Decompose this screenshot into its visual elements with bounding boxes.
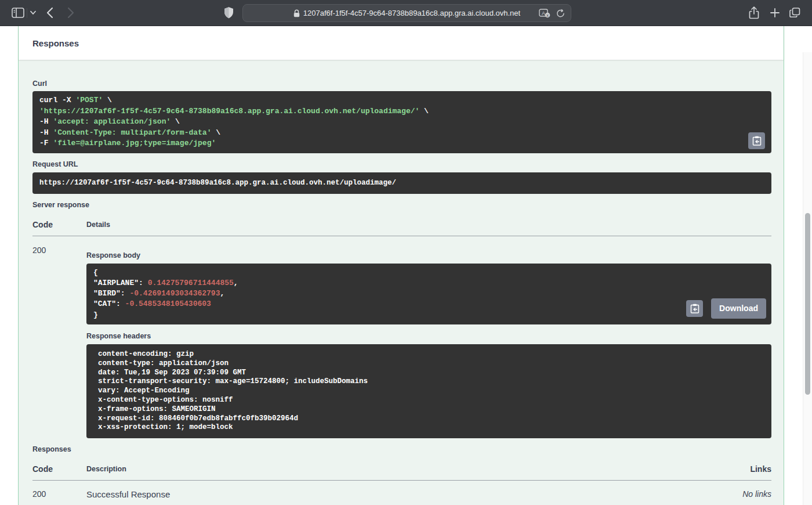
download-button[interactable]: Download <box>711 298 766 319</box>
server-response-table-head: Code Details <box>32 221 771 229</box>
share-icon[interactable] <box>749 6 759 19</box>
details-column-header: Details <box>86 221 702 229</box>
response-headers-text: content-encoding: gzipcontent-type: appl… <box>98 350 760 432</box>
responses-section-title: Responses <box>32 38 79 48</box>
chevron-down-icon[interactable] <box>30 11 36 15</box>
copy-curl-button[interactable] <box>748 132 765 149</box>
curl-label: Curl <box>32 80 771 88</box>
forward-icon[interactable] <box>67 8 74 19</box>
responses-section-header: Responses <box>19 26 784 60</box>
lock-icon <box>293 9 300 17</box>
code-column-header: Code <box>32 221 86 229</box>
server-response-label: Server response <box>32 201 771 210</box>
translate-icon[interactable]: A x <box>539 9 550 18</box>
curl-command-block: curl -X 'POST' \ 'https://1207af6f-1f5f-… <box>32 91 771 153</box>
tab-overview-icon[interactable] <box>789 8 800 18</box>
response-code: 200 <box>32 246 86 439</box>
svg-text:A: A <box>542 10 545 16</box>
opblock-panel: Responses Curl curl -X 'POST' \ 'https:/… <box>18 26 784 505</box>
response-body-json: { "AIRPLANE": 0.14275796711444855, "BIRD… <box>93 268 764 320</box>
reload-icon[interactable] <box>556 9 565 18</box>
scrollbar-track[interactable] <box>803 52 812 505</box>
row-description: Successful Response <box>86 489 702 500</box>
sidebar-toggle-icon[interactable] <box>12 8 24 18</box>
row-code: 200 <box>32 489 86 500</box>
swagger-page: Responses Curl curl -X 'POST' \ 'https:/… <box>0 26 812 505</box>
server-response-row: 200 Response body { "AIRPLANE": 0.142757… <box>32 236 771 439</box>
response-details-cell: Response body { "AIRPLANE": 0.1427579671… <box>86 246 771 439</box>
response-body-label: Response body <box>86 251 771 260</box>
response-body-block: { "AIRPLANE": 0.14275796711444855, "BIRD… <box>86 264 771 324</box>
toolbar-separator <box>27 8 27 18</box>
new-tab-icon[interactable] <box>770 8 780 17</box>
responses-table-label: Responses <box>32 445 771 454</box>
clipboard-icon <box>690 304 699 313</box>
responses-table-head: Code Description Links <box>32 465 771 474</box>
response-headers-label: Response headers <box>86 332 771 341</box>
description-column-header: Description <box>86 465 702 474</box>
scrollbar-thumb[interactable] <box>805 213 810 395</box>
responses-table-row: 200 Successful Response No links <box>32 481 771 500</box>
back-icon[interactable] <box>46 8 53 19</box>
links-column-header: Links <box>702 465 771 474</box>
shield-icon[interactable] <box>224 7 234 19</box>
copy-response-button[interactable] <box>686 300 703 317</box>
code-column-header: Code <box>32 465 86 474</box>
request-url-label: Request URL <box>32 160 771 169</box>
svg-text:x: x <box>546 13 549 17</box>
request-url-block: https://1207af6f-1f5f-4c57-9c64-8738b89a… <box>32 172 771 194</box>
browser-toolbar: 1207af6f-1f5f-4c57-9c64-8738b89a16c8.app… <box>0 0 812 26</box>
curl-command-text: curl -X 'POST' \ 'https://1207af6f-1f5f-… <box>39 95 764 149</box>
clipboard-icon <box>752 136 762 146</box>
row-links: No links <box>702 489 771 500</box>
address-bar[interactable]: 1207af6f-1f5f-4c57-9c64-8738b89a16c8.app… <box>242 4 571 22</box>
url-text: 1207af6f-1f5f-4c57-9c64-8738b89a16c8.app… <box>303 9 520 17</box>
response-headers-block: content-encoding: gzipcontent-type: appl… <box>86 344 771 438</box>
request-url-value: https://1207af6f-1f5f-4c57-9c64-8738b89a… <box>39 179 396 187</box>
opblock-body: Curl curl -X 'POST' \ 'https://1207af6f-… <box>19 60 784 505</box>
